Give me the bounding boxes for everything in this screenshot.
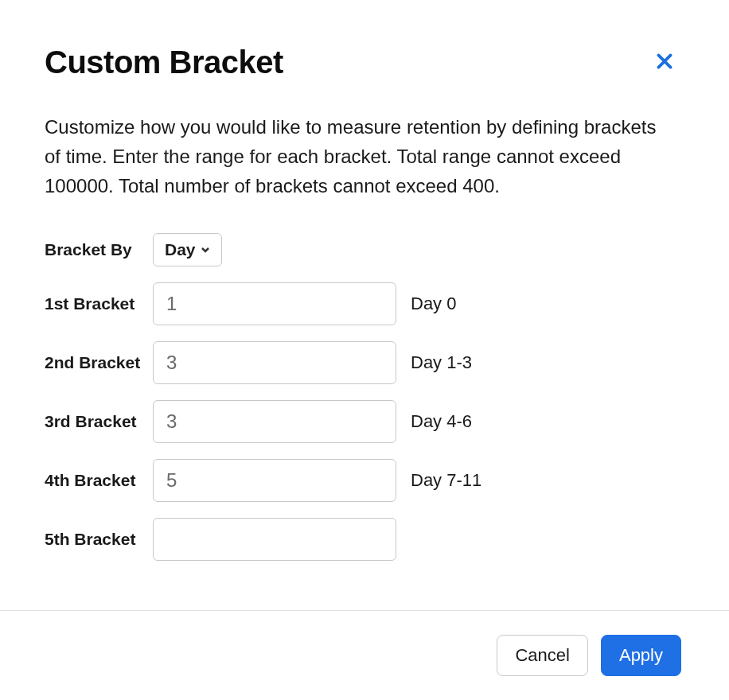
dialog-header: Custom Bracket xyxy=(45,45,681,80)
bracket-by-row: Bracket By Day xyxy=(45,233,681,266)
bracket-label-1: 1st Bracket xyxy=(45,294,153,313)
chevron-down-icon xyxy=(201,245,210,255)
bracket-input-3[interactable] xyxy=(153,400,396,443)
bracket-label-5: 5th Bracket xyxy=(45,530,153,549)
bracket-by-select[interactable]: Day xyxy=(153,233,222,266)
bracket-input-2[interactable] xyxy=(153,341,396,384)
dialog-footer: Cancel Apply xyxy=(0,610,729,700)
bracket-range-1: Day 0 xyxy=(411,294,456,314)
cancel-button[interactable]: Cancel xyxy=(497,635,587,676)
apply-button[interactable]: Apply xyxy=(601,635,681,676)
bracket-by-selected: Day xyxy=(165,240,196,259)
bracket-row-5: 5th Bracket xyxy=(45,518,681,561)
custom-bracket-dialog: Custom Bracket Customize how you would l… xyxy=(0,0,729,561)
bracket-range-4: Day 7-11 xyxy=(411,470,481,491)
dialog-title: Custom Bracket xyxy=(45,45,283,80)
bracket-label-4: 4th Bracket xyxy=(45,471,153,490)
bracket-label-3: 3rd Bracket xyxy=(45,412,153,431)
dialog-description: Customize how you would like to measure … xyxy=(45,112,673,201)
bracket-row-4: 4th Bracket Day 7-11 xyxy=(45,459,681,502)
close-button[interactable] xyxy=(648,45,681,80)
bracket-input-1[interactable] xyxy=(153,282,396,325)
bracket-input-4[interactable] xyxy=(153,459,396,502)
bracket-row-2: 2nd Bracket Day 1-3 xyxy=(45,341,681,384)
bracket-row-3: 3rd Bracket Day 4-6 xyxy=(45,400,681,443)
bracket-input-5[interactable] xyxy=(153,518,396,561)
close-icon xyxy=(654,51,675,74)
bracket-range-2: Day 1-3 xyxy=(411,352,472,373)
bracket-by-label: Bracket By xyxy=(45,240,153,259)
bracket-label-2: 2nd Bracket xyxy=(45,353,153,372)
bracket-range-3: Day 4-6 xyxy=(411,411,472,432)
bracket-row-1: 1st Bracket Day 0 xyxy=(45,282,681,325)
